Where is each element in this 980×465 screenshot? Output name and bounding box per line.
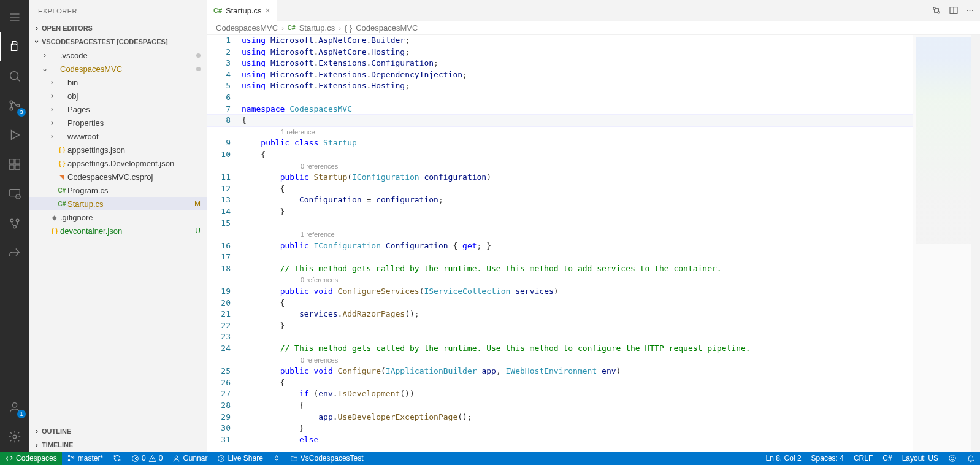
- code-line[interactable]: 24 // This method gets called by the run…: [207, 343, 913, 355]
- code-line[interactable]: 6: [207, 92, 913, 104]
- source-control-icon[interactable]: 3: [0, 91, 29, 120]
- folder-section[interactable]: › VSCODESPACESTEST [CODESPACES]: [29, 35, 207, 48]
- code-content[interactable]: 1using Microsoft.AspNetCore.Builder;2usi…: [207, 35, 913, 452]
- code-line[interactable]: 8{: [207, 115, 913, 126]
- code-line[interactable]: 9 public class Startup: [207, 137, 913, 149]
- outline-section[interactable]: › OUTLINE: [29, 425, 207, 438]
- minimap[interactable]: [913, 35, 980, 452]
- folder-item[interactable]: ›bin: [29, 75, 207, 89]
- file-item[interactable]: ◆.gitignore: [29, 210, 207, 224]
- chevron-right-icon: ›: [32, 24, 42, 33]
- breadcrumbs[interactable]: CodespacesMVC › C# Startup.cs › { } Code…: [207, 21, 980, 35]
- code-line[interactable]: 14 }: [207, 206, 913, 218]
- sidebar-more-icon[interactable]: ⋯: [191, 7, 199, 15]
- status-sync[interactable]: [108, 452, 126, 465]
- svg-point-20: [933, 7, 935, 9]
- file-item[interactable]: C#Program.cs: [29, 183, 207, 197]
- folder-item[interactable]: ›Pages: [29, 102, 207, 116]
- code-line[interactable]: 27 if (env.IsDevelopment()): [207, 388, 913, 400]
- code-line[interactable]: 3using Microsoft.Extensions.Configuratio…: [207, 58, 913, 69]
- tree-item-label: Properties: [67, 118, 207, 128]
- code-line[interactable]: 19 public void ConfigureServices(IServic…: [207, 286, 913, 298]
- breadcrumb-folder[interactable]: CodespacesMVC: [216, 23, 278, 33]
- settings-gear-icon[interactable]: [0, 422, 29, 452]
- status-feedback-icon[interactable]: [943, 454, 962, 463]
- file-item[interactable]: C#Startup.csM: [29, 197, 207, 210]
- remote-explorer-icon[interactable]: [0, 179, 29, 209]
- open-editors-section[interactable]: › OPEN EDITORS: [29, 21, 207, 35]
- code-line[interactable]: 13 Configuration = configuration;: [207, 194, 913, 206]
- status-problems[interactable]: 0 0: [126, 452, 167, 465]
- status-user[interactable]: Gunnar: [167, 452, 212, 465]
- code-line[interactable]: 7namespace CodespacesMVC: [207, 104, 913, 115]
- line-content: services.AddRazorPages();: [242, 309, 913, 320]
- folder-item[interactable]: ›.vscode: [29, 48, 207, 62]
- code-line[interactable]: 31 else: [207, 434, 913, 446]
- code-line[interactable]: 25 public void Configure(IApplicationBui…: [207, 366, 913, 377]
- folder-item[interactable]: ›Properties: [29, 116, 207, 129]
- editor-body[interactable]: 1using Microsoft.AspNetCore.Builder;2usi…: [207, 35, 980, 452]
- code-line[interactable]: 29 app.UseDeveloperExceptionPage();: [207, 412, 913, 423]
- status-spaces[interactable]: Spaces: 4: [806, 454, 849, 463]
- accounts-icon[interactable]: 1: [0, 393, 29, 422]
- code-line[interactable]: 15: [207, 218, 913, 229]
- code-line[interactable]: 10 {: [207, 149, 913, 161]
- extensions-icon[interactable]: [0, 150, 29, 179]
- status-project[interactable]: VsCodespacesTest: [285, 452, 369, 465]
- code-line[interactable]: 28 {: [207, 400, 913, 412]
- code-line[interactable]: 2using Microsoft.AspNetCore.Hosting;: [207, 47, 913, 58]
- github-icon[interactable]: [0, 209, 29, 238]
- code-line[interactable]: 4using Microsoft.Extensions.DependencyIn…: [207, 69, 913, 81]
- folder-item[interactable]: ›wwwroot: [29, 129, 207, 143]
- status-liveshare[interactable]: Live Share: [212, 452, 267, 465]
- tab-startup-cs[interactable]: C# Startup.cs ×: [207, 0, 277, 21]
- code-line[interactable]: 11 public Startup(IConfiguration configu…: [207, 172, 913, 183]
- close-icon[interactable]: ×: [266, 6, 270, 15]
- codelens[interactable]: 0 references: [207, 161, 913, 172]
- breadcrumb-symbol[interactable]: CodespacesMVC: [356, 23, 418, 33]
- code-line[interactable]: 21 services.AddRazorPages();: [207, 309, 913, 320]
- chevron-right-icon: ›: [32, 427, 42, 436]
- status-flame[interactable]: [268, 452, 285, 465]
- file-item[interactable]: { }appsettings.Development.json: [29, 156, 207, 170]
- status-eol[interactable]: CRLF: [849, 454, 878, 463]
- breadcrumb-file[interactable]: Startup.cs: [299, 23, 335, 33]
- explorer-icon[interactable]: [0, 32, 29, 61]
- code-line[interactable]: 17: [207, 252, 913, 263]
- run-debug-icon[interactable]: [0, 120, 29, 150]
- code-line[interactable]: 1using Microsoft.AspNetCore.Builder;: [207, 35, 913, 47]
- menu-icon[interactable]: [0, 2, 29, 32]
- file-item[interactable]: { }devcontainer.jsonU: [29, 224, 207, 237]
- code-line[interactable]: 18 // This method gets called by the run…: [207, 263, 913, 275]
- codelens[interactable]: 0 references: [207, 274, 913, 286]
- codelens[interactable]: 1 reference: [207, 229, 913, 240]
- status-layout[interactable]: Layout: US: [897, 454, 943, 463]
- line-content: [242, 252, 913, 263]
- code-line[interactable]: 12 {: [207, 183, 913, 195]
- code-line[interactable]: 22 }: [207, 320, 913, 332]
- status-remote[interactable]: Codespaces: [0, 452, 62, 465]
- forward-icon[interactable]: [0, 238, 29, 267]
- code-line[interactable]: 30 }: [207, 423, 913, 434]
- compare-changes-icon[interactable]: [932, 6, 941, 15]
- file-item[interactable]: { }appsettings.json: [29, 143, 207, 156]
- code-line[interactable]: 23: [207, 331, 913, 343]
- folder-item[interactable]: ›obj: [29, 89, 207, 102]
- folder-item[interactable]: ⌄CodespacesMVC: [29, 62, 207, 75]
- codelens[interactable]: 1 reference: [207, 126, 913, 138]
- code-line[interactable]: 20 {: [207, 298, 913, 309]
- status-lncol[interactable]: Ln 8, Col 2: [761, 454, 806, 463]
- status-bell-icon[interactable]: [962, 454, 980, 463]
- codelens[interactable]: 0 references: [207, 355, 913, 366]
- split-editor-icon[interactable]: [949, 6, 959, 15]
- status-language[interactable]: C#: [878, 454, 897, 463]
- vertical-scrollbar[interactable]: [971, 35, 980, 452]
- status-branch[interactable]: master*: [62, 452, 108, 465]
- more-actions-icon[interactable]: ⋯: [966, 6, 974, 15]
- search-icon[interactable]: [0, 61, 29, 91]
- code-line[interactable]: 5using Microsoft.Extensions.Hosting;: [207, 80, 913, 92]
- file-item[interactable]: ◥CodespacesMVC.csproj: [29, 170, 207, 183]
- code-line[interactable]: 26 {: [207, 377, 913, 389]
- code-line[interactable]: 16 public IConfiguration Configuration {…: [207, 240, 913, 252]
- timeline-section[interactable]: › TIMELINE: [29, 438, 207, 452]
